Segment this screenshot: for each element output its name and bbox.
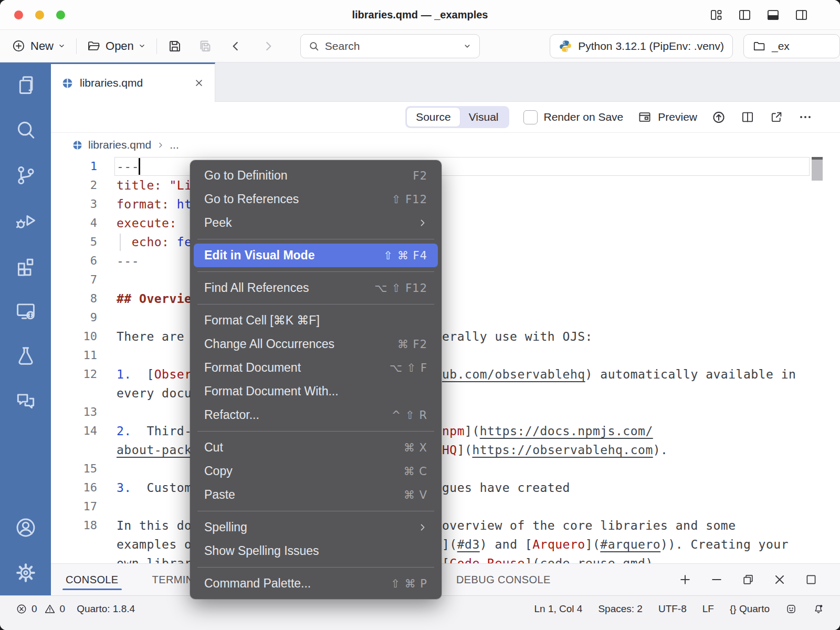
menu-item-peek[interactable]: Peek [194,211,438,235]
tab-libraries-qmd[interactable]: libraries.qmd [51,62,215,102]
search-icon [308,40,320,52]
close-tab-icon[interactable] [194,78,204,88]
more-actions-icon[interactable] [798,110,813,124]
sidebar-item-settings[interactable] [0,550,51,595]
panel-plus-icon[interactable] [678,573,692,586]
status-label: UTF-8 [658,603,687,615]
status-errors[interactable]: 0 [16,603,37,615]
menu-item-copy[interactable]: Copy⌘ C [194,459,438,483]
status-indentation[interactable]: Spaces: 2 [598,603,643,615]
line-number: 15 [51,459,97,478]
menu-item-edit-in-visual-mode[interactable]: Edit in Visual Mode⇧ ⌘ F4 [194,244,438,267]
menu-separator [197,304,434,304]
breadcrumb-file[interactable]: libraries.qmd [88,139,151,151]
sidebar-item-testing[interactable] [0,333,51,379]
sidebar-item-account[interactable] [0,505,51,550]
code-text: ## Overvie [117,289,192,308]
code-line: 7 [51,270,840,289]
code-editor[interactable]: 1---2title: "Li3format: ht4execute:5 ech… [51,157,840,563]
line-number: 10 [51,327,97,346]
status-eol[interactable]: LF [702,603,714,615]
menu-item-format-document-with[interactable]: Format Document With... [194,380,438,403]
code-line: 10There are erally use with OJS: [51,327,840,346]
status-notifications[interactable] [813,603,824,615]
menu-item-label: Go to Definition [204,169,288,183]
menu-item-format-cell-k-f[interactable]: Format Cell [⌘K ⌘F] [194,309,438,332]
project-selector[interactable]: _ex [743,34,840,58]
open-button[interactable]: Open [87,39,146,53]
panel-restore-icon[interactable] [741,573,755,586]
status-quarto-version[interactable]: Quarto: 1.8.4 [77,603,135,615]
line-number: 16 [51,478,97,497]
line-number: 7 [51,270,97,289]
preview-button[interactable]: Preview [637,110,697,124]
source-mode-button[interactable]: Source [407,108,460,127]
sidebar-item-search[interactable] [0,108,51,153]
code-line: 5 echo: fe [51,233,840,251]
sidebar-item-run-debug[interactable] [0,198,51,243]
panel-tab-console[interactable]: CONSOLE [65,565,120,594]
panel-maximize-icon[interactable] [804,573,818,586]
open-in-new-window-icon[interactable] [769,110,784,124]
menu-item-go-to-references[interactable]: Go to References⇧ F12 [194,187,438,211]
toggle-sidebar-icon[interactable] [738,8,752,22]
navigate-forward-button[interactable] [261,39,275,53]
extensions-icon [14,254,37,277]
status-cursor-position[interactable]: Ln 1, Col 4 [534,603,583,615]
editor-tabs: libraries.qmd [51,62,840,102]
menu-item-paste[interactable]: Paste⌘ V [194,483,438,507]
chevron-down-icon [463,41,472,51]
settings-icon [14,561,37,584]
save-all-button[interactable] [197,38,213,54]
interpreter-selector[interactable]: Python 3.12.1 (PipEnv: .venv) [550,34,733,58]
visual-mode-button[interactable]: Visual [460,108,508,127]
status-language-mode[interactable]: {} Quarto [730,603,770,615]
menu-item-show-spelling-issues[interactable]: Show Spelling Issues [194,539,438,563]
panel-tab-debug-console[interactable]: DEBUG CONSOLE [455,565,552,594]
menu-separator [197,239,434,239]
customize-layout-icon[interactable] [709,8,723,22]
toggle-secondary-sidebar-icon[interactable] [794,8,808,22]
sidebar-item-comments[interactable] [0,379,51,424]
menu-item-change-all-occurrences[interactable]: Change All Occurrences⌘ F2 [194,332,438,356]
new-button[interactable]: New [12,39,66,53]
render-on-save-checkbox[interactable] [523,110,538,124]
line-number: 13 [51,403,97,422]
render-icon[interactable] [711,110,726,124]
menu-item-refactor[interactable]: Refactor...^ ⇧ R [194,403,438,427]
menu-item-find-all-references[interactable]: Find All References⌥ ⇧ F12 [194,276,438,300]
menu-item-command-palette[interactable]: Command Palette...⇧ ⌘ P [194,572,438,595]
breadcrumb-more[interactable]: ... [170,139,179,151]
save-button[interactable] [167,38,183,54]
panel-tab-termin[interactable]: TERMIN [151,565,195,594]
panel-close-icon[interactable] [773,573,786,586]
panel-minus-icon[interactable] [710,573,723,586]
sidebar-item-explorer[interactable] [0,62,51,108]
sidebar-item-remote-explorer[interactable] [0,288,51,333]
status-feedback[interactable] [785,603,797,615]
menu-item-cut[interactable]: Cut⌘ X [194,436,438,459]
smiley-icon [785,603,797,615]
menu-item-go-to-definition[interactable]: Go to DefinitionF2 [194,164,438,187]
menu-item-label: Refactor... [204,408,259,422]
code-text: --- [117,251,139,270]
search-input[interactable]: Search [300,34,480,58]
menu-item-format-document[interactable]: Format Document⌥ ⇧ F [194,356,438,380]
sidebar-item-source-control[interactable] [0,153,51,198]
code-text: ub.com/observablehq) automatically avail… [442,365,796,384]
source-visual-toggle: Source Visual [405,106,509,128]
code-line: about-packHQ](https://observablehq.com). [51,440,840,459]
sidebar-item-extensions[interactable] [0,243,51,288]
render-on-save-option[interactable]: Render on Save [523,110,624,124]
code-line: 17 [51,497,840,516]
breadcrumb[interactable]: libraries.qmd ... [51,133,840,157]
preview-label: Preview [658,111,697,123]
status-encoding[interactable]: UTF-8 [658,603,687,615]
comments-icon [14,390,37,413]
folder-open-icon [87,39,101,53]
split-editor-icon[interactable] [740,110,755,124]
menu-item-spelling[interactable]: Spelling [194,516,438,539]
status-warnings[interactable]: 0 [44,603,66,615]
navigate-back-button[interactable] [229,39,243,53]
toggle-panel-icon[interactable] [766,8,780,22]
